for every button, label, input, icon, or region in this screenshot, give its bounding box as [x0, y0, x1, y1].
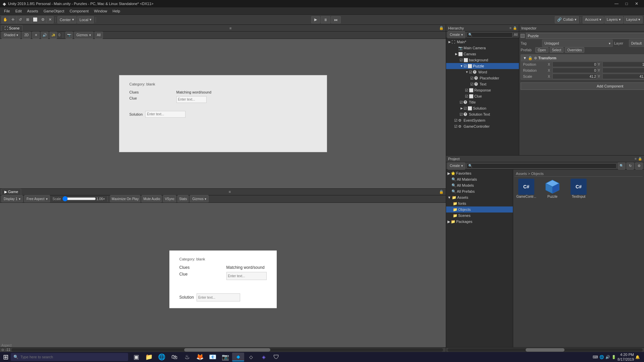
project-settings-btn[interactable]: ⚙: [635, 162, 643, 170]
tree-item-event-system[interactable]: ☑ ⚙ EventSystem: [446, 117, 519, 123]
scene-viewport[interactable]: Category: blank Clues Matching word/soun…: [0, 39, 446, 188]
store-button[interactable]: 🛍: [168, 353, 180, 361]
project-refresh-btn[interactable]: ↻: [627, 162, 634, 170]
steam-button[interactable]: ♨: [181, 353, 193, 361]
scene-solution-input[interactable]: [145, 111, 185, 118]
game-viewport[interactable]: Aspect Category: blank Clues Matching wo…: [0, 203, 446, 352]
inspector-active-checkbox[interactable]: [521, 34, 525, 38]
add-component-button[interactable]: Add Component: [521, 82, 644, 90]
rot-x-input[interactable]: [552, 68, 597, 73]
layer-dropdown[interactable]: Default ▾: [629, 40, 644, 47]
display-dropdown[interactable]: Display 1 ▾: [1, 195, 23, 202]
game-panel-lock-icon[interactable]: 🔒: [438, 189, 444, 195]
transform-tool[interactable]: ⚙: [39, 16, 46, 23]
menu-help[interactable]: Help: [110, 8, 123, 14]
fonts-folder[interactable]: 📁 fonts: [446, 200, 513, 206]
firefox-button[interactable]: 🦊: [194, 353, 206, 361]
audio-btn[interactable]: 🔊: [41, 32, 48, 39]
stats-btn[interactable]: Stats: [177, 195, 189, 202]
maximize-on-play-btn[interactable]: Maximize On Play: [110, 195, 141, 202]
tree-item-main[interactable]: ▶ ⛶ Main*: [446, 39, 519, 45]
tree-item-title[interactable]: ☑ 🅣 Title: [446, 99, 519, 105]
camera2-button[interactable]: 📷: [219, 353, 231, 361]
tree-item-word[interactable]: ▼ ☑ 🅣 Word: [446, 69, 519, 75]
favorites-header[interactable]: ▶ ⭐ Favorites: [446, 170, 513, 176]
objects-folder[interactable]: 📁 Objects: [446, 206, 513, 213]
play-button[interactable]: ▶: [311, 16, 320, 23]
pivot-local-dropdown[interactable]: Local ▾: [77, 16, 94, 23]
asset-textinput[interactable]: C# TextInput: [567, 179, 590, 198]
aspect-dropdown[interactable]: Free Aspect ▾: [24, 195, 50, 202]
tree-item-placeholder[interactable]: ☑ 🅣 Placeholder: [446, 75, 519, 81]
windows-security-button[interactable]: 🛡: [270, 353, 282, 361]
project-lock-icon[interactable]: 🔒: [638, 157, 642, 161]
tree-item-solution-text[interactable]: ☑ 🅣 Solution Text: [446, 111, 519, 117]
inspector-name-input[interactable]: [526, 33, 644, 39]
step-button[interactable]: ⏭: [331, 16, 341, 23]
tree-item-background[interactable]: ☑ ⬜ background: [446, 57, 519, 63]
asset-puzzle[interactable]: Puzzle: [541, 179, 564, 198]
scene-panel-lock-icon[interactable]: 🔒: [438, 25, 444, 31]
prefab-select-btn[interactable]: Select: [550, 47, 564, 53]
fav-all-materials[interactable]: 🔍 All Materials: [446, 176, 513, 182]
packages-folder[interactable]: ▶ 📁 Packages: [446, 219, 513, 225]
shading-dropdown[interactable]: Shaded ▾: [1, 32, 20, 39]
layout-dropdown[interactable]: Layout ▾: [624, 16, 643, 23]
game-gizmos-dropdown[interactable]: Gizmos ▾: [190, 195, 209, 202]
tag-dropdown[interactable]: Untagged ▾: [542, 40, 613, 47]
rect-tool[interactable]: ⬜: [31, 16, 39, 23]
assets-folder[interactable]: ▼ 📁 Assets: [446, 194, 513, 200]
scale-x-input[interactable]: [552, 74, 597, 79]
project-search-input[interactable]: [467, 163, 616, 169]
scale-slider[interactable]: [62, 197, 96, 201]
mute-audio-btn[interactable]: Mute Audio: [142, 195, 162, 202]
vsync-btn[interactable]: VSync: [163, 195, 176, 202]
tree-item-solution[interactable]: ▶ ☑ ⬜ Solution: [446, 105, 519, 111]
project-search-btn[interactable]: 🔍: [618, 162, 625, 170]
scenes-folder[interactable]: 📁 Scenes: [446, 213, 513, 219]
tree-item-puzzle[interactable]: ▼ ☑ ⬜ Puzzle: [446, 63, 519, 69]
prefab-open-btn[interactable]: Open: [535, 47, 548, 53]
transform-section-header[interactable]: ▼ 🔒 ⚙ Transform: [521, 55, 644, 61]
menu-gameobject[interactable]: GameObject: [41, 8, 67, 14]
fav-all-prefabs[interactable]: 🔍 All Prefabs: [446, 188, 513, 194]
gizmos-dropdown[interactable]: Gizmos ▾: [74, 32, 93, 39]
pos-x-input[interactable]: [552, 62, 597, 67]
scale-y-input[interactable]: [602, 74, 644, 79]
scene-clue-input[interactable]: [176, 96, 207, 103]
file-explorer-button[interactable]: 📁: [143, 353, 155, 361]
menu-file[interactable]: File: [1, 8, 13, 14]
menu-edit[interactable]: Edit: [13, 8, 24, 14]
project-hscrollbar[interactable]: [447, 348, 643, 352]
tree-item-main-camera[interactable]: 📷 Main Camera: [446, 45, 519, 51]
collab-dropdown[interactable]: 🔗 Collab ▾: [555, 16, 579, 23]
start-button[interactable]: ⊞: [1, 353, 10, 361]
scene-tab[interactable]: ⛶ Scene: [1, 25, 22, 31]
menu-window[interactable]: Window: [91, 8, 110, 14]
prefab-overrides-btn[interactable]: Overrides: [565, 47, 584, 53]
lighting-btn[interactable]: ☀: [32, 32, 40, 39]
pivot-center-dropdown[interactable]: Center ▾: [57, 16, 76, 23]
rotate-tool[interactable]: ↺: [16, 16, 24, 23]
tree-item-game-controller[interactable]: ☑ ⚙ GameController: [446, 123, 519, 129]
taskview-button[interactable]: ▣: [130, 353, 142, 361]
vs-button[interactable]: ◈: [258, 353, 270, 361]
scene-all-dropdown[interactable]: All: [95, 32, 103, 39]
tree-item-text[interactable]: ☑ 🅣 Text: [446, 81, 519, 87]
minimize-button[interactable]: —: [612, 0, 621, 7]
custom-tool[interactable]: ✕: [46, 16, 54, 23]
menu-component[interactable]: Component: [67, 8, 91, 14]
tree-item-clue[interactable]: ☑ ⬜ Clue: [446, 93, 519, 99]
asset-gamecontroller[interactable]: C# GameContr...: [515, 179, 538, 198]
hierarchy-lock-icon[interactable]: 🔒: [513, 26, 517, 30]
move-tool[interactable]: ✛: [9, 16, 16, 23]
rot-y-input[interactable]: [602, 68, 644, 73]
scale-tool[interactable]: ⊞: [24, 16, 31, 23]
tree-item-canvas[interactable]: ▶ ⬜ Canvas: [446, 51, 519, 57]
maximize-button[interactable]: □: [622, 0, 631, 7]
game-clue-input[interactable]: [226, 272, 267, 280]
hand-tool[interactable]: ✋: [1, 16, 9, 23]
taskbar-search-input[interactable]: [20, 355, 125, 359]
dimension-dropdown[interactable]: 2D: [22, 32, 31, 39]
pause-button[interactable]: ⏸: [321, 16, 330, 23]
